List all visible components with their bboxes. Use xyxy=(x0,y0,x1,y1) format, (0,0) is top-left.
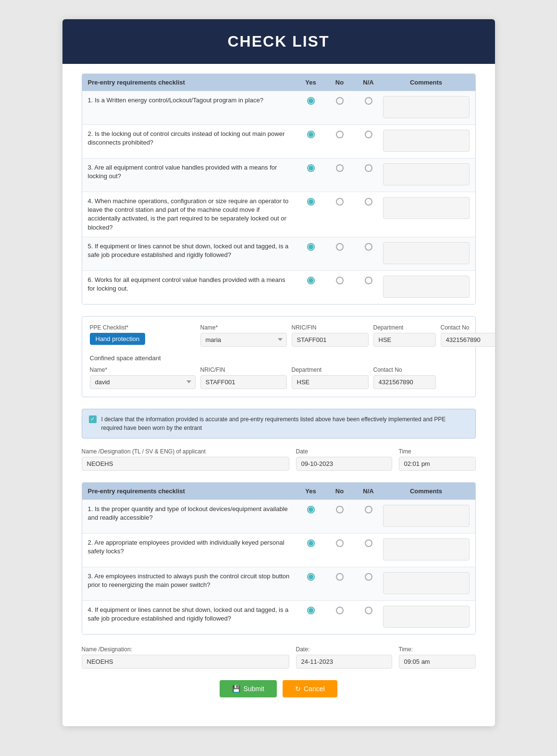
radio-no-2-1[interactable] xyxy=(325,505,354,513)
comment-input-2-2[interactable] xyxy=(383,538,470,561)
col-comments-1: Comments xyxy=(383,79,470,86)
comment-input-2-4[interactable] xyxy=(383,606,470,628)
applicant-name-field: Name /Designation (TL / SV & ENG) of app… xyxy=(82,448,289,471)
table-row: 2. Are appropriate employees provided wi… xyxy=(82,533,475,567)
col-yes-1: Yes xyxy=(297,79,325,86)
comment-cell-1-1 xyxy=(383,96,470,120)
c-contact-field: Contact No xyxy=(373,366,436,389)
nric-input[interactable] xyxy=(292,333,369,347)
radio-na-2-3[interactable] xyxy=(354,572,383,581)
dept-input[interactable] xyxy=(373,333,436,347)
applicant-row: Name /Designation (TL / SV & ENG) of app… xyxy=(82,448,476,471)
radio-na-2-1[interactable] xyxy=(354,505,383,513)
col-na-2: N/A xyxy=(354,488,383,495)
signature-row: Name /Designation: Date: Time: xyxy=(82,646,476,669)
c-contact-input[interactable] xyxy=(373,375,436,389)
applicant-section: Name /Designation (TL / SV & ENG) of app… xyxy=(82,448,476,471)
radio-na-1-5[interactable] xyxy=(354,242,383,251)
radio-na-2-4[interactable] xyxy=(354,606,383,614)
radio-no-2-3[interactable] xyxy=(325,572,354,581)
radio-no-1-3[interactable] xyxy=(325,163,354,172)
sig-time-field: Time: xyxy=(399,646,476,669)
c-dept-field: Department xyxy=(292,366,369,389)
table-row: 1. Is a Written energy control/Lockout/T… xyxy=(82,91,475,124)
radio-na-2-2[interactable] xyxy=(354,538,383,547)
checklist-title-2: Pre-entry requirements checklist xyxy=(88,488,297,495)
name-label: Name* xyxy=(200,324,287,331)
page-container: CHECK LIST Pre-entry requirements checkl… xyxy=(62,19,495,726)
comment-input-1-5[interactable] xyxy=(383,242,470,264)
comment-input-1-3[interactable] xyxy=(383,163,470,185)
radio-na-1-6[interactable] xyxy=(354,276,383,284)
table-row: 4. If equipment or lines cannot be shut … xyxy=(82,600,475,634)
radio-na-1-4[interactable] xyxy=(354,197,383,206)
radio-yes-2-1[interactable] xyxy=(297,505,325,513)
c-nric-label: NRIC/FIN xyxy=(200,366,287,373)
dept-field: Department xyxy=(373,324,436,347)
comment-input-1-6[interactable] xyxy=(383,276,470,298)
radio-no-1-1[interactable] xyxy=(325,96,354,105)
radio-no-2-2[interactable] xyxy=(325,538,354,547)
col-yes-2: Yes xyxy=(297,488,325,495)
name-select[interactable]: maria xyxy=(200,333,287,347)
comment-cell-1-5 xyxy=(383,242,470,266)
radio-na-1-1[interactable] xyxy=(354,96,383,105)
declaration-text: I declare that the information provided … xyxy=(101,415,469,432)
applicant-date-input[interactable] xyxy=(296,457,392,471)
radio-no-1-5[interactable] xyxy=(325,242,354,251)
table-row: 1. Is the proper quantity and type of lo… xyxy=(82,500,475,533)
cancel-button[interactable]: ↻ Cancel xyxy=(283,680,337,697)
radio-no-1-6[interactable] xyxy=(325,276,354,284)
ppe-tag: Hand protection xyxy=(90,333,146,345)
comment-input-1-2[interactable] xyxy=(383,130,470,152)
col-no-2: No xyxy=(325,488,354,495)
radio-na-1-3[interactable] xyxy=(354,163,383,172)
radio-yes-1-5[interactable] xyxy=(297,242,325,251)
comment-input-2-1[interactable] xyxy=(383,505,470,527)
radio-yes-2-4[interactable] xyxy=(297,606,325,614)
radio-yes-1-6[interactable] xyxy=(297,276,325,284)
sig-name-input[interactable] xyxy=(82,655,289,669)
comment-input-1-4[interactable] xyxy=(383,197,470,219)
c-dept-input[interactable] xyxy=(292,375,369,389)
applicant-time-input[interactable] xyxy=(399,457,476,471)
radio-no-2-4[interactable] xyxy=(325,606,354,614)
table-row: 5. If equipment or lines cannot be shut … xyxy=(82,237,475,270)
radio-yes-1-2[interactable] xyxy=(297,130,325,138)
comment-input-1-1[interactable] xyxy=(383,96,470,118)
applicant-name-input[interactable] xyxy=(82,457,289,471)
radio-yes-2-2[interactable] xyxy=(297,538,325,547)
table-row: 3. Are all equipment control value handl… xyxy=(82,158,475,192)
contact-label: Contact No xyxy=(441,324,495,331)
radio-yes-1-1[interactable] xyxy=(297,96,325,105)
declaration-box: ✓ I declare that the information provide… xyxy=(82,409,476,439)
page-header: CHECK LIST xyxy=(62,19,495,64)
c-contact-label: Contact No xyxy=(373,366,436,373)
checklist-section-1: Pre-entry requirements checklist Yes No … xyxy=(82,73,476,305)
comment-input-2-3[interactable] xyxy=(383,572,470,594)
sig-date-field: Date: xyxy=(296,646,392,669)
radio-na-1-2[interactable] xyxy=(354,130,383,138)
applicant-date-label: Date xyxy=(296,448,392,455)
applicant-name-label: Name /Designation (TL / SV & ENG) of app… xyxy=(82,448,289,455)
submit-button[interactable]: 💾 Submit xyxy=(220,680,277,697)
radio-no-1-2[interactable] xyxy=(325,130,354,138)
c-nric-input[interactable] xyxy=(200,375,287,389)
signature-section: Name /Designation: Date: Time: xyxy=(82,646,476,669)
sig-date-input[interactable] xyxy=(296,655,392,669)
radio-no-1-4[interactable] xyxy=(325,197,354,206)
radio-yes-2-3[interactable] xyxy=(297,572,325,581)
table-row: 4. When machine operations, configuratio… xyxy=(82,192,475,237)
contact-input[interactable] xyxy=(441,333,495,347)
checklist-section-2: Pre-entry requirements checklist Yes No … xyxy=(82,482,476,634)
radio-yes-1-4[interactable] xyxy=(297,197,325,206)
comment-cell-2-1 xyxy=(383,505,470,528)
c-dept-label: Department xyxy=(292,366,369,373)
sig-time-input[interactable] xyxy=(399,655,476,669)
nric-label: NRIC/FIN xyxy=(292,324,369,331)
declaration-checkbox[interactable]: ✓ xyxy=(89,415,97,423)
c-name-select[interactable]: david xyxy=(90,375,196,389)
radio-yes-1-3[interactable] xyxy=(297,163,325,172)
table-row: 2. Is the locking out of control circuit… xyxy=(82,124,475,158)
question-1-6: 6. Works for all equipment control value… xyxy=(88,276,297,293)
